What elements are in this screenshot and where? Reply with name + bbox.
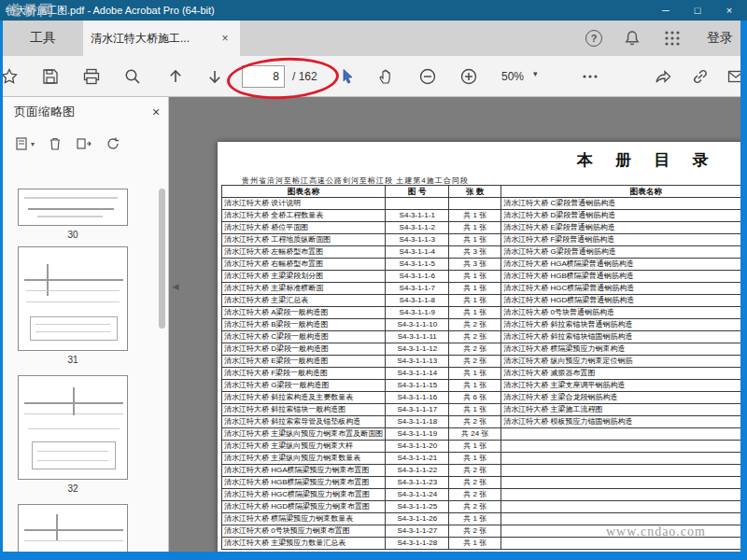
extract-icon — [76, 136, 92, 151]
toc-cell: 共 2 张 — [449, 489, 501, 501]
favorites-button[interactable] — [3, 66, 20, 87]
toc-cell: 共 1 张 — [449, 283, 501, 295]
thumbnail-page-32[interactable] — [18, 375, 128, 480]
toc-cell: 共 2 张 — [449, 477, 501, 489]
toc-cell: S4-3-1-1-12 — [386, 343, 449, 356]
toc-row: 清水江特大桥 斜拉索索导管及锚垫板构造S4-3-1-1-18共 2 张清水江特大… — [222, 416, 741, 428]
toc-row: 清水江特大桥 主梁纵向预应力钢束数量表S4-3-1-1-21共 1 张 — [222, 453, 741, 465]
plus-circle-icon — [459, 67, 478, 86]
toc-cell: 共 1 张 — [449, 210, 501, 222]
delete-page-button[interactable] — [48, 136, 63, 151]
toc-row: 清水江特大桥 主梁梁段划分图S4-3-1-1-6共 1 张清水江特大桥 HGB横… — [222, 271, 741, 283]
toc-cell — [501, 477, 740, 489]
toc-cell — [501, 465, 740, 477]
zoom-caret-icon[interactable]: ▾ — [533, 69, 538, 78]
toc-cell: S4-3-1-1-14 — [386, 368, 449, 380]
toc-row: 清水江特大桥 斜拉索锚块一般构造图S4-3-1-1-17共 1 张清水江特大桥 … — [222, 404, 741, 416]
print-button[interactable] — [81, 66, 102, 87]
toc-cell: 清水江特大桥 D梁段普通钢筋构造 — [501, 210, 740, 222]
toc-cell: 共 1 张 — [449, 513, 501, 525]
zoom-in-button[interactable] — [458, 66, 479, 87]
toc-cell: S4-3-1-1-4 — [386, 246, 449, 259]
thumbnails-toolbar: ▾ — [3, 127, 168, 161]
tab-document[interactable]: 清水江特大桥施工... × — [83, 21, 240, 56]
toc-cell: S4-3-1-1-6 — [386, 271, 449, 283]
panel-collapse-button[interactable]: ◀ — [169, 274, 182, 299]
toc-cell: 清水江特大桥 0号块预应力钢束布置图 — [222, 525, 386, 538]
toc-cell: 清水江特大桥 斜拉索锚块一般构造图 — [222, 404, 386, 416]
tab-tools[interactable]: 工具 — [3, 21, 83, 56]
zoom-level-label[interactable]: 50% — [501, 70, 524, 83]
toc-col-header: 图表名称 — [501, 186, 740, 198]
toc-cell: S4-3-1-1-1 — [386, 210, 449, 222]
toc-row: 清水江特大桥 主梁纵向预应力钢束布置及断面图S4-3-1-1-19共 24 张 — [222, 428, 741, 441]
toc-cell: S4-3-1-1-10 — [386, 319, 449, 331]
page-options-icon — [14, 136, 29, 151]
thumbnail-options-button[interactable]: ▾ — [14, 136, 35, 151]
toc-cell: 清水江特大桥 减振器布置图 — [501, 368, 740, 380]
page-number-input[interactable] — [242, 65, 285, 88]
toc-cell: S4-3-1-1-9 — [386, 307, 449, 319]
tab-close-icon[interactable]: × — [218, 31, 233, 46]
thumbnail-label-31: 31 — [18, 355, 128, 365]
panel-scrollbar[interactable] — [159, 189, 165, 329]
help-icon: ? — [585, 30, 602, 47]
toc-row: 清水江特大桥 D梁段一般构造图S4-3-1-1-12共 2 张清水江特大桥 横隔… — [222, 343, 741, 356]
toc-cell: 清水江特大桥 0号块普通钢筋构造 — [501, 307, 740, 319]
toc-cell: S4-3-1-1-16 — [386, 392, 449, 404]
search-button[interactable] — [122, 66, 143, 87]
toc-cell: 清水江特大桥 G梁段普通钢筋构造 — [501, 246, 740, 259]
share-button[interactable] — [653, 66, 673, 87]
toc-cell: 清水江特大桥 主梁梁段划分图 — [222, 271, 386, 283]
toc-cell: 清水江特大桥 横隔梁预应力钢束数量表 — [222, 513, 386, 525]
toc-cell: 共 2 张 — [449, 319, 501, 331]
trash-icon — [48, 136, 63, 151]
toc-row: 清水江特大桥 HGD横隔梁预应力钢束布置图S4-3-1-1-25共 2 张 — [222, 501, 741, 513]
toc-cell: 清水江特大桥 F梁段普通钢筋构造 — [501, 234, 740, 246]
link-button[interactable] — [690, 66, 711, 87]
panel-close-icon[interactable]: × — [144, 100, 168, 124]
notifications-button[interactable] — [623, 21, 641, 56]
star-icon — [3, 67, 19, 86]
toc-cell: 共 1 张 — [449, 404, 501, 416]
toc-cell — [501, 453, 740, 465]
close-button[interactable]: × — [713, 0, 745, 21]
select-tool-button[interactable] — [337, 66, 358, 87]
email-button[interactable] — [726, 66, 740, 87]
save-button[interactable] — [40, 66, 61, 87]
toc-cell: S4-3-1-1-19 — [386, 428, 449, 441]
login-button[interactable]: 登录 — [707, 21, 733, 56]
thumbnail-page-30[interactable] — [18, 189, 128, 226]
minimize-button[interactable]: ─ — [650, 0, 682, 21]
extract-pages-button[interactable] — [76, 136, 92, 151]
toc-col-header: 张 数 — [449, 186, 501, 198]
toc-row: 清水江特大桥 HGA横隔梁预应力钢束布置图S4-3-1-1-22共 2 张 — [222, 465, 741, 477]
next-page-button[interactable] — [204, 66, 225, 87]
hand-tool-button[interactable] — [376, 66, 397, 87]
apps-grid-button[interactable] — [664, 21, 681, 56]
help-button[interactable]: ? — [585, 21, 602, 56]
grid-icon — [664, 30, 681, 47]
rotate-page-button[interactable] — [106, 136, 120, 151]
toc-row: 清水江特大桥 C梁段一般构造图S4-3-1-1-11共 2 张清水江特大桥 斜拉… — [222, 331, 741, 343]
rotate-ccw-icon — [106, 136, 120, 151]
maximize-button[interactable]: □ — [682, 0, 713, 21]
toc-cell: 清水江特大桥 B梁段一般构造图 — [222, 319, 386, 331]
toc-cell: 清水江特大桥 HGC横隔梁预应力钢束布置图 — [222, 489, 386, 501]
window-controls: ─ □ × — [650, 0, 745, 21]
thumbnail-page-31[interactable] — [18, 246, 128, 351]
previous-page-button[interactable] — [165, 66, 186, 87]
share-icon — [654, 67, 672, 86]
toc-row: 清水江特大桥 横隔梁预应力钢束数量表S4-3-1-1-26共 1 张 — [222, 513, 741, 525]
toc-cell: S4-3-1-1-25 — [386, 501, 449, 513]
thumbnail-list: 30 31 32 — [3, 161, 168, 552]
toc-row: 清水江特大桥 斜拉索构造及主要数量表S4-3-1-1-16共 6 张清水江特大桥… — [222, 392, 741, 404]
thumbnails-panel-header: 页面缩略图 × — [3, 97, 168, 127]
zoom-out-button[interactable] — [417, 66, 438, 87]
thumbnail-page-33[interactable] — [18, 504, 128, 552]
toc-cell: 共 2 张 — [449, 356, 501, 368]
more-tools-button[interactable] — [580, 66, 600, 87]
document-view[interactable]: 本 册 目 录 贵州省沿河至榕江高速公路剑河至榕江段 土建第4施工合同段 图表名… — [169, 97, 740, 552]
link-icon — [691, 67, 710, 86]
toc-cell: 共 1 张 — [449, 234, 501, 246]
